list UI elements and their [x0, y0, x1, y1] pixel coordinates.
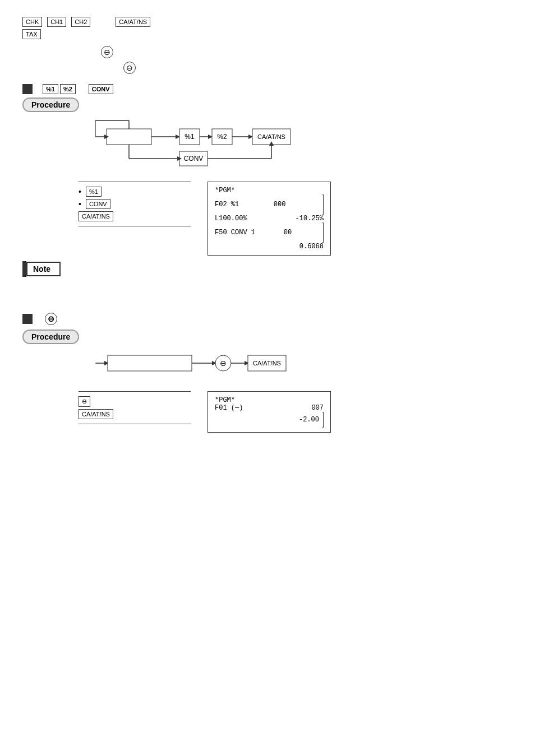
- svg-rect-0: [107, 129, 151, 145]
- svg-text:CONV: CONV: [184, 155, 204, 163]
- display2-line2-val: 007: [311, 404, 324, 412]
- display1-line1: *PGM*: [215, 187, 235, 194]
- percent2-key-heading[interactable]: %2: [60, 84, 76, 94]
- svg-rect-28: [108, 355, 192, 371]
- note-bar: [22, 261, 26, 277]
- ch1-key[interactable]: CH1: [47, 17, 66, 27]
- section-square-1: [22, 84, 33, 94]
- svg-text:%1: %1: [185, 133, 195, 141]
- display1-line4-val: 00: [284, 229, 292, 236]
- procedure-badge-1: Procedure: [22, 98, 79, 112]
- input-area-2: ⊖ CA/AT/NS: [79, 391, 191, 424]
- conv-input-key[interactable]: CONV: [86, 199, 110, 209]
- bullet-2: •: [79, 200, 81, 208]
- bullet-1: •: [79, 187, 81, 196]
- display2-line1: *PGM*: [215, 396, 235, 404]
- flow-diagram-2: ⊖ CA/AT/NS: [95, 350, 376, 381]
- bracket3: [322, 412, 324, 428]
- page: CHK CH1 CH2 CA/AT/NS TAX ⊖ ⊖ %1 %2 CONV …: [0, 0, 535, 756]
- conv-key-heading[interactable]: CONV: [89, 84, 113, 94]
- note-badge: Note: [26, 262, 61, 276]
- caatns-key-top[interactable]: CA/AT/NS: [116, 17, 150, 27]
- display2-line3-val: -2.00: [299, 416, 319, 424]
- bracket2: [322, 222, 324, 243]
- minus-circle-3: ⊖: [45, 313, 57, 325]
- display1-line2-val: 000: [274, 201, 286, 208]
- svg-text:⊖: ⊖: [220, 359, 227, 368]
- display1-line2-label: F02 %1: [215, 201, 239, 208]
- section1-heading: %1 %2 CONV: [22, 84, 513, 94]
- tax-key[interactable]: TAX: [22, 29, 41, 39]
- display1-line3-label: L100.00%: [215, 215, 247, 222]
- section2-heading: ⊖: [22, 313, 513, 325]
- chk-key[interactable]: CHK: [22, 17, 42, 27]
- top-buttons-row: CHK CH1 CH2 CA/AT/NS: [22, 17, 513, 27]
- display2-line2-label: F01 (—): [215, 404, 243, 412]
- percent1-input-key[interactable]: %1: [86, 187, 102, 197]
- minus-circle-1: ⊖: [101, 46, 113, 58]
- display1-line5-val: 0.6068: [299, 243, 324, 251]
- svg-text:%2: %2: [217, 133, 227, 141]
- caatns-input-key[interactable]: CA/AT/NS: [79, 211, 113, 221]
- bracket1: [322, 194, 324, 215]
- display-box-1: *PGM* F02 %1 000 L100.00% -10.25% F50 CO…: [207, 182, 331, 256]
- percent1-key-heading[interactable]: %1: [43, 84, 58, 94]
- display-row-2: ⊖ CA/AT/NS *PGM* F01 (—) 007 -2.00: [79, 391, 513, 433]
- display1-line4-label: F50 CONV 1: [215, 229, 255, 236]
- minus-circle-2: ⊖: [123, 62, 136, 74]
- display-box-2: *PGM* F01 (—) 007 -2.00: [207, 391, 331, 433]
- note-section: Note: [22, 261, 513, 277]
- caatns-input-key-2[interactable]: CA/AT/NS: [79, 409, 113, 419]
- input-area-1: • %1 • CONV CA/AT/NS: [79, 182, 191, 226]
- note-content-space: [22, 282, 513, 305]
- display-row-1: • %1 • CONV CA/AT/NS *PGM* F02 %1 000: [79, 182, 513, 256]
- flow-diagram-1: %1 %2 CA/AT/NS CONV: [95, 118, 376, 171]
- svg-text:CA/AT/NS: CA/AT/NS: [253, 360, 281, 367]
- ch2-key[interactable]: CH2: [71, 17, 90, 27]
- procedure-badge-2: Procedure: [22, 330, 79, 344]
- tax-button-row: TAX: [22, 29, 513, 39]
- display1-line3-val: -10.25%: [296, 215, 324, 222]
- minus-input-key[interactable]: ⊖: [79, 396, 90, 407]
- svg-text:CA/AT/NS: CA/AT/NS: [257, 133, 285, 140]
- section-square-2: [22, 314, 33, 324]
